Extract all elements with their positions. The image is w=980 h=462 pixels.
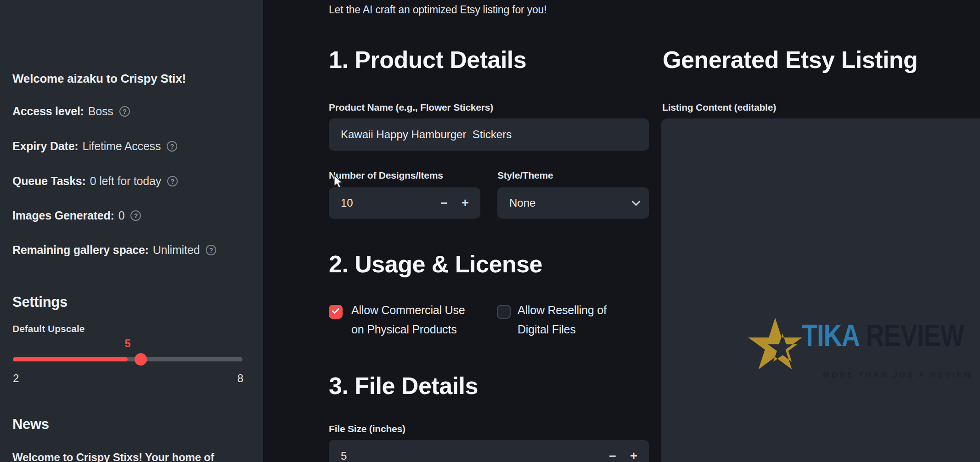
settings-heading: Settings bbox=[12, 294, 68, 310]
stat-expiry-date: Expiry Date: Lifetime Access ? bbox=[12, 140, 177, 153]
stat-value: Unlimited bbox=[153, 243, 200, 257]
stat-value: 0 left for today bbox=[90, 175, 161, 188]
stat-value: Lifetime Access bbox=[83, 140, 161, 153]
section-heading-usage-license: 2. Usage & License bbox=[329, 250, 542, 278]
checkmark-icon bbox=[331, 306, 341, 318]
file-size-increment-button[interactable]: + bbox=[623, 440, 644, 462]
chevron-down-icon bbox=[623, 187, 649, 219]
stat-value: Boss bbox=[88, 105, 113, 118]
watermark-tagline: MORE THAN JUS A REVIEW bbox=[823, 371, 973, 380]
checkbox-reselling-label[interactable]: Allow Reselling of Digital Files bbox=[518, 300, 628, 339]
help-icon[interactable]: ? bbox=[167, 141, 177, 152]
help-icon[interactable]: ? bbox=[206, 245, 216, 255]
generated-listing-heading: Generated Etsy Listing bbox=[663, 46, 918, 73]
watermark-brand-secondary: REVIEW bbox=[866, 318, 964, 352]
section-heading-product-details: 1. Product Details bbox=[329, 46, 526, 73]
listing-content-label: Listing Content (editable) bbox=[662, 102, 776, 113]
checkbox-reselling[interactable] bbox=[497, 305, 511, 319]
page-subtitle: Let the AI craft an optimized Etsy listi… bbox=[329, 4, 546, 16]
file-size-label: File Size (inches) bbox=[329, 423, 406, 434]
upscale-slider-min: 2 bbox=[13, 372, 19, 385]
watermark-brand-primary: TIKA bbox=[802, 318, 860, 352]
upscale-slider-thumb[interactable] bbox=[135, 353, 147, 366]
style-theme-label: Style/Theme bbox=[497, 170, 553, 181]
sidebar: Welcome aizaku to Crispy Stix! Access le… bbox=[0, 0, 263, 462]
upscale-slider-track[interactable] bbox=[13, 357, 242, 361]
designs-increment-button[interactable]: + bbox=[455, 187, 476, 219]
welcome-message: Welcome aizaku to Crispy Stix! bbox=[12, 72, 186, 86]
stat-gallery-space: Remaining gallery space: Unlimited ? bbox=[12, 243, 216, 257]
style-theme-select[interactable]: None bbox=[497, 187, 649, 219]
style-theme-value: None bbox=[497, 197, 623, 209]
product-name-input[interactable]: Kawaii Happy Hamburger Stickers bbox=[329, 118, 649, 151]
help-icon[interactable]: ? bbox=[167, 176, 178, 186]
file-size-stepper[interactable]: 5 − + bbox=[329, 440, 649, 462]
stat-label: Access level: bbox=[12, 105, 84, 118]
stat-images-generated: Images Generated: 0 ? bbox=[12, 209, 141, 222]
checkbox-commercial-use-label[interactable]: Allow Commercial Use on Physical Product… bbox=[351, 300, 478, 339]
stat-label: Remaining gallery space: bbox=[12, 243, 149, 257]
crispy-stix-app: Welcome aizaku to Crispy Stix! Access le… bbox=[0, 0, 980, 462]
checkbox-commercial-use[interactable] bbox=[329, 305, 343, 319]
designs-count-label: Number of Designs/Items bbox=[329, 170, 443, 181]
stat-label: Images Generated: bbox=[12, 209, 114, 222]
stat-access-level: Access level: Boss ? bbox=[12, 105, 130, 118]
designs-count-stepper[interactable]: 10 − + bbox=[329, 187, 480, 219]
stat-label: Queue Tasks: bbox=[12, 175, 86, 188]
watermark-brand: TIKAREVIEW bbox=[802, 318, 964, 353]
star-icon bbox=[747, 318, 804, 372]
listing-content-textarea[interactable]: TIKAREVIEW MORE THAN JUS A REVIEW bbox=[661, 118, 980, 462]
help-icon[interactable]: ? bbox=[119, 106, 130, 117]
product-name-label: Product Name (e.g., Flower Stickers) bbox=[329, 102, 493, 113]
stat-value: 0 bbox=[118, 209, 125, 222]
stat-label: Expiry Date: bbox=[12, 140, 79, 153]
product-name-value: Kawaii Happy Hamburger Stickers bbox=[329, 128, 649, 141]
news-text: Welcome to Crispy Stixs! Your home of bbox=[12, 451, 256, 462]
default-upscale-label: Default Upscale bbox=[12, 323, 85, 334]
upscale-slider-fill bbox=[13, 357, 128, 361]
section-heading-file-details: 3. File Details bbox=[329, 372, 478, 400]
help-icon[interactable]: ? bbox=[130, 210, 141, 221]
upscale-slider-max: 8 bbox=[232, 372, 243, 385]
upscale-slider-value: 5 bbox=[118, 338, 138, 350]
file-size-decrement-button[interactable]: − bbox=[602, 440, 623, 462]
file-size-value: 5 bbox=[329, 450, 602, 462]
designs-decrement-button[interactable]: − bbox=[434, 187, 455, 219]
news-heading: News bbox=[12, 416, 49, 433]
designs-count-value: 10 bbox=[329, 197, 434, 209]
stat-queue-tasks: Queue Tasks: 0 left for today ? bbox=[12, 175, 178, 188]
